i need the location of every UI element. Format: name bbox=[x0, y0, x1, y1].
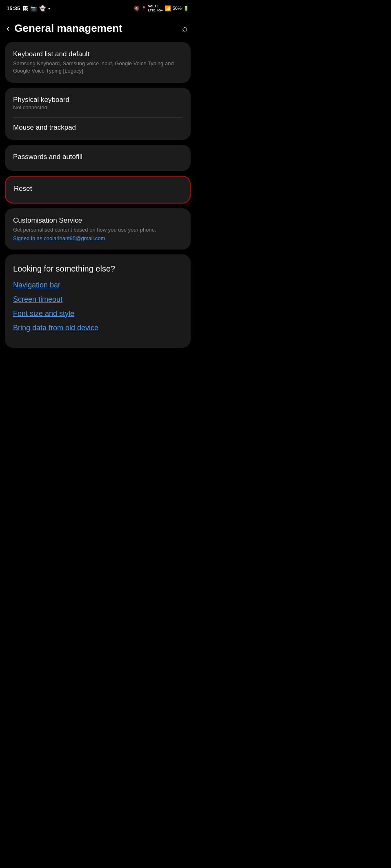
customisation-card[interactable]: Customisation Service Get personalised c… bbox=[5, 208, 191, 250]
looking-section: Looking for something else? Navigation b… bbox=[5, 254, 191, 348]
physical-keyboard-title[interactable]: Physical keyboard bbox=[13, 96, 182, 104]
page-title: General management bbox=[14, 22, 122, 35]
card-divider bbox=[13, 117, 182, 118]
looking-title: Looking for something else? bbox=[13, 264, 182, 274]
customisation-signed-in: Signed in as coolarihant95@gmail.com bbox=[13, 235, 182, 241]
status-right: 🔇 📍 VoLTELTE1 4G+ 📶 56% 🔋 bbox=[134, 4, 189, 12]
bring-data-link[interactable]: Bring data from old device bbox=[13, 324, 182, 332]
font-size-link[interactable]: Font size and style bbox=[13, 309, 182, 318]
navigation-bar-link[interactable]: Navigation bar bbox=[13, 281, 182, 289]
snapchat-icon: 👻 bbox=[39, 5, 46, 11]
physical-keyboard-subtitle: Not connected bbox=[13, 104, 182, 111]
status-time: 15:35 bbox=[7, 5, 20, 11]
reset-title: Reset bbox=[14, 185, 182, 193]
screen-timeout-link[interactable]: Screen timeout bbox=[13, 295, 182, 304]
battery-icon: 🔋 bbox=[183, 6, 189, 11]
customisation-subtitle: Get personalised content based on how yo… bbox=[13, 226, 182, 234]
volte-indicator: VoLTELTE1 4G+ bbox=[148, 4, 163, 12]
gallery-icon: 🖼 bbox=[22, 5, 28, 11]
mute-icon: 🔇 bbox=[134, 6, 140, 11]
page-header: ‹ General management ⌕ bbox=[0, 15, 196, 42]
reset-card[interactable]: Reset bbox=[5, 176, 191, 203]
header-left: ‹ General management bbox=[7, 22, 122, 35]
status-bar: 15:35 🖼 📷 👻 • 🔇 📍 VoLTELTE1 4G+ 📶 56% 🔋 bbox=[0, 0, 196, 15]
battery-percent: 56% bbox=[173, 6, 182, 11]
keyboard-list-title: Keyboard list and default bbox=[13, 50, 182, 58]
keyboard-list-card[interactable]: Keyboard list and default Samsung Keyboa… bbox=[5, 42, 191, 83]
back-button[interactable]: ‹ bbox=[7, 23, 9, 34]
status-left: 15:35 🖼 📷 👻 • bbox=[7, 5, 50, 11]
signal-bars: 📶 bbox=[164, 5, 171, 11]
location-icon: 📍 bbox=[141, 6, 146, 11]
keyboard-list-subtitle: Samsung Keyboard, Samsung voice input, G… bbox=[13, 60, 182, 75]
passwords-card[interactable]: Passwords and autofill bbox=[5, 145, 191, 171]
search-button[interactable]: ⌕ bbox=[182, 23, 187, 34]
input-devices-card: Physical keyboard Not connected Mouse an… bbox=[5, 88, 191, 139]
passwords-title: Passwords and autofill bbox=[13, 153, 182, 161]
settings-content: Keyboard list and default Samsung Keyboa… bbox=[0, 42, 196, 356]
dot-icon: • bbox=[48, 5, 50, 11]
instagram-icon: 📷 bbox=[30, 5, 37, 11]
mouse-trackpad-title[interactable]: Mouse and trackpad bbox=[13, 124, 182, 132]
customisation-title: Customisation Service bbox=[13, 216, 182, 225]
